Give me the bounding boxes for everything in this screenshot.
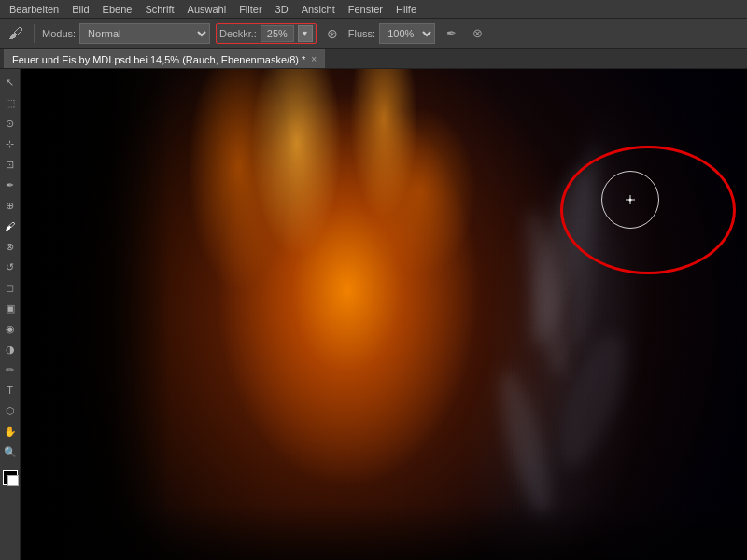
menu-schrift[interactable]: Schrift bbox=[139, 2, 179, 17]
left-tool-brush[interactable]: 🖌 bbox=[1, 217, 20, 235]
toolbar-separator-1 bbox=[34, 24, 35, 43]
airbrush-icon[interactable]: ⊛ bbox=[322, 23, 343, 44]
left-tool-erase[interactable]: ◻ bbox=[1, 278, 20, 297]
left-tool-pen[interactable]: ✏ bbox=[1, 360, 20, 379]
stylus-icon[interactable]: ⊗ bbox=[467, 23, 487, 44]
left-tool-move[interactable]: ↖ bbox=[1, 73, 20, 91]
fluss-group: Fluss: 100% bbox=[348, 23, 435, 44]
left-tool-blur[interactable]: ◉ bbox=[1, 319, 20, 338]
menu-bearbeiten[interactable]: Bearbeiten bbox=[4, 2, 64, 17]
modus-select[interactable]: Normal bbox=[79, 23, 210, 44]
left-tool-heal[interactable]: ⊕ bbox=[1, 196, 20, 215]
menu-fenster[interactable]: Fenster bbox=[343, 2, 388, 17]
menu-hilfe[interactable]: Hilfe bbox=[390, 2, 422, 17]
left-tool-dodge[interactable]: ◑ bbox=[1, 340, 20, 358]
bottom-fade bbox=[21, 504, 747, 560]
canvas-content bbox=[21, 69, 747, 560]
brush-tool-icon[interactable]: 🖌 bbox=[6, 23, 26, 44]
smoke-overlay bbox=[21, 69, 747, 560]
deckkr-input[interactable] bbox=[261, 25, 294, 42]
deckkr-group: Deckkr.: ▾ bbox=[216, 23, 317, 44]
menu-ansicht[interactable]: Ansicht bbox=[296, 2, 341, 17]
menu-3d[interactable]: 3D bbox=[270, 2, 294, 17]
left-tool-history[interactable]: ↺ bbox=[1, 258, 20, 276]
left-tool-eyedrop[interactable]: ✒ bbox=[1, 175, 20, 194]
modus-group: Modus: Normal bbox=[42, 23, 210, 44]
left-tool-zoom[interactable]: 🔍 bbox=[1, 442, 20, 461]
canvas-area: ↖ ⬚ ⊙ ⊹ ⊡ ✒ ⊕ 🖌 ⊗ ↺ ◻ ▣ ◉ ◑ ✏ T ⬡ ✋ 🔍 bbox=[0, 69, 747, 560]
left-tool-lasso[interactable]: ⊙ bbox=[1, 114, 20, 133]
deckkr-dropdown-btn[interactable]: ▾ bbox=[298, 25, 313, 42]
left-tool-wand[interactable]: ⊹ bbox=[1, 134, 20, 153]
left-tool-crop[interactable]: ⊡ bbox=[1, 155, 20, 174]
fluss-select[interactable]: 100% bbox=[379, 23, 435, 44]
tab-title: Feuer und Eis by MDI.psd bei 14,5% (Rauc… bbox=[12, 54, 305, 65]
left-tool-stamp[interactable]: ⊗ bbox=[1, 237, 20, 256]
left-tool-text[interactable]: T bbox=[1, 381, 20, 399]
menu-bild[interactable]: Bild bbox=[66, 2, 94, 17]
deckkr-label: Deckkr.: bbox=[219, 28, 257, 39]
left-toolbar: ↖ ⬚ ⊙ ⊹ ⊡ ✒ ⊕ 🖌 ⊗ ↺ ◻ ▣ ◉ ◑ ✏ T ⬡ ✋ 🔍 bbox=[0, 69, 21, 560]
tabbar: Feuer und Eis by MDI.psd bei 14,5% (Rauc… bbox=[0, 49, 747, 69]
menubar: Bearbeiten Bild Ebene Schrift Auswahl Fi… bbox=[0, 0, 747, 19]
toolbar: 🖌 Modus: Normal Deckkr.: ▾ ⊛ Fluss: 100%… bbox=[0, 19, 747, 49]
left-tool-hand[interactable]: ✋ bbox=[1, 422, 20, 441]
foreground-color[interactable] bbox=[3, 470, 18, 485]
menu-ebene[interactable]: Ebene bbox=[97, 2, 138, 17]
menu-filter[interactable]: Filter bbox=[233, 2, 267, 17]
left-tool-select-rect[interactable]: ⬚ bbox=[1, 93, 20, 112]
pen-pressure-icon[interactable]: ✒ bbox=[441, 23, 461, 44]
left-tool-gradient[interactable]: ▣ bbox=[1, 299, 20, 317]
tab-close-icon[interactable]: × bbox=[311, 54, 317, 64]
left-tool-shape[interactable]: ⬡ bbox=[1, 401, 20, 420]
document-tab[interactable]: Feuer und Eis by MDI.psd bei 14,5% (Rauc… bbox=[4, 49, 325, 68]
fluss-label: Fluss: bbox=[348, 28, 375, 39]
modus-label: Modus: bbox=[42, 28, 76, 39]
menu-auswahl[interactable]: Auswahl bbox=[182, 2, 233, 17]
